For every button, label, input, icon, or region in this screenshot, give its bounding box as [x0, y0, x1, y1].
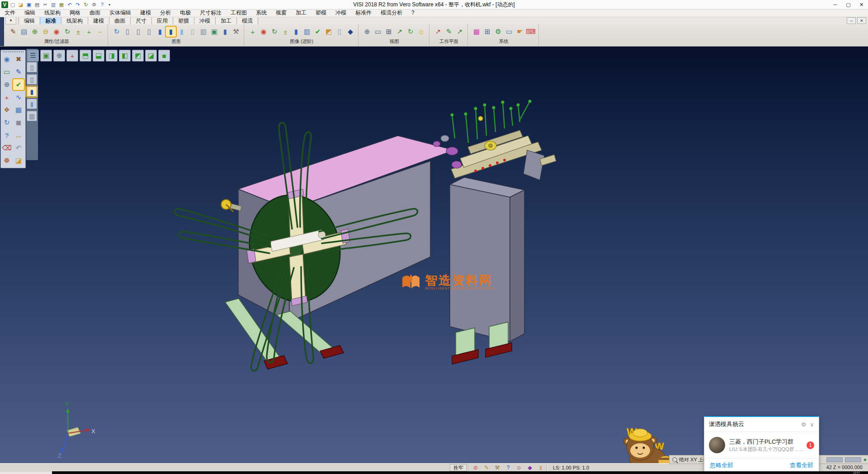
menu-item-冲模[interactable]: 冲模 [331, 9, 351, 17]
ribbon-tab-应用[interactable]: 应用 [151, 17, 173, 24]
perspective-face-icon[interactable]: ☺ [416, 27, 426, 37]
gem-view-icon[interactable]: ◆ [345, 27, 355, 37]
menu-item-模流分析[interactable]: 模流分析 [376, 9, 407, 17]
regen-shading-icon[interactable]: ↻ [112, 27, 122, 37]
system-tools-icon[interactable]: ⚙ [493, 27, 503, 37]
zoom-plus-icon[interactable]: ⊕ [1, 79, 12, 90]
chat-message-item[interactable]: 三菱，西门子PLC学习群 LIU:①本团队有几十万QQQ群，… 1 [704, 432, 819, 458]
verify-cylinder-icon[interactable]: ✔ [313, 27, 323, 37]
menu-item-建模[interactable]: 建模 [136, 9, 156, 17]
qat-dropdown[interactable]: ▾ [107, 1, 112, 8]
scene-toggle-icon[interactable]: ± [280, 27, 290, 37]
regen-icon[interactable]: ↻ [1, 117, 12, 128]
show-entities-icon[interactable]: ⊕ [30, 27, 40, 37]
viewport-canvas[interactable]: Y X Z W W ◉✖▭✎⊕✔+∿❖▦↻◼?↔⌫↶☸◪ ☰▯▯▮▮▥ ☰▣⊕+… [0, 46, 868, 463]
view-left-icon[interactable]: ◧ [119, 50, 131, 62]
erase-sketch-icon[interactable]: ✖ [13, 54, 24, 65]
view-iso-icon[interactable]: ■ [158, 50, 170, 62]
striped-cylinder-icon[interactable]: ▥ [302, 27, 312, 37]
ribbon-tab-加工[interactable]: 加工 [215, 17, 237, 24]
zoom-window-icon[interactable]: ▭ [373, 27, 383, 37]
cut-icon[interactable]: ✂ [42, 1, 49, 8]
shaded-edge-style-icon[interactable]: ▮ [27, 99, 37, 109]
open-folder-icon[interactable]: ◪ [13, 155, 24, 166]
sketch-curve-icon[interactable]: ✎ [13, 66, 24, 77]
ribbon-tab-模流[interactable]: 模流 [236, 17, 258, 24]
scene-traffic-icon[interactable]: ◉ [259, 27, 269, 37]
menu-item-网格[interactable]: 网格 [65, 9, 85, 17]
hide-all-icon[interactable]: − [95, 27, 105, 37]
menu-item-工程图[interactable]: 工程图 [226, 9, 251, 17]
menu-item-系统[interactable]: 系统 [251, 9, 271, 17]
build-icon[interactable]: ⚒ [493, 465, 501, 471]
menu-item-视窗[interactable]: 视窗 [271, 9, 291, 17]
update-shading-icon[interactable]: ▣ [209, 27, 219, 37]
ribbon-tab-冲模[interactable]: 冲模 [194, 17, 216, 24]
mesh-style-icon[interactable]: ▥ [27, 111, 37, 121]
ribbon-tab-曲面[interactable]: 曲面 [109, 17, 131, 24]
ribbon-tab-编辑[interactable]: 编辑 [19, 17, 40, 24]
context-help-icon[interactable]: ? [1, 130, 12, 141]
calculator-icon[interactable]: ⊞ [482, 27, 492, 37]
ribbon-tab-建模[interactable]: 建模 [88, 17, 109, 24]
menu-item-标准件[interactable]: 标准件 [351, 9, 376, 17]
scene-refresh-icon[interactable]: ↻ [269, 27, 279, 37]
shaded-style-icon[interactable]: ▮ [27, 86, 37, 97]
clip-cylinder-icon[interactable]: ◩ [324, 27, 334, 37]
ribbon-tab-塑膜[interactable]: 塑膜 [173, 17, 194, 24]
grab-select-icon[interactable]: ☛ [515, 27, 525, 37]
menu-item-曲面[interactable]: 曲面 [85, 9, 105, 17]
annotate-icon[interactable]: ✎ [482, 465, 491, 471]
menu-item-电极[interactable]: 电极 [175, 9, 195, 17]
menu-item-尺寸标注[interactable]: 尺寸标注 [195, 9, 226, 17]
ucs-axes-icon[interactable]: + [1, 92, 12, 103]
wireframe-style-icon[interactable]: ▯ [27, 62, 37, 72]
search-magnifier-icon[interactable] [672, 457, 677, 462]
user-icon[interactable]: ☺ [515, 465, 523, 471]
save-icon[interactable]: ▣ [25, 1, 33, 8]
menu-item-分析[interactable]: 分析 [156, 9, 175, 17]
open-file-icon[interactable]: ◪ [17, 1, 24, 8]
doc-close-button[interactable]: ✕ [857, 17, 866, 24]
globe-icon[interactable]: ● [863, 456, 867, 463]
chat-settings-gear-icon[interactable]: ⚙ [801, 421, 807, 428]
freehand-curve-icon[interactable]: ∿ [13, 92, 24, 103]
shaded-edges-cylinder-icon[interactable]: ▮ [166, 27, 176, 37]
chat-chevron-down-icon[interactable]: ∨ [810, 421, 814, 428]
redo-icon[interactable]: ↷ [74, 1, 81, 8]
window-view-icon[interactable]: ▦ [13, 104, 24, 115]
close-button[interactable]: ✕ [855, 0, 868, 9]
confirm-check-icon[interactable]: ✔ [13, 79, 24, 90]
doc-minimize-button[interactable]: ─ [847, 17, 856, 24]
workplane-create-icon[interactable]: ↗ [433, 27, 443, 37]
attribute-edit-icon[interactable]: ✎ [8, 27, 18, 37]
view-right-icon[interactable]: ◨ [106, 50, 118, 62]
snap-lock-icon[interactable]: ⊘ [472, 465, 480, 471]
gem-icon[interactable]: ◆ [526, 465, 534, 471]
hide-entities-icon[interactable]: ⊖ [41, 27, 51, 37]
mesh-cylinder-icon[interactable]: ▥ [198, 27, 208, 37]
ignore-all-link[interactable]: 忽略全部 [710, 461, 733, 469]
hidden-line-style-icon[interactable]: ▯ [27, 74, 37, 85]
print-icon[interactable]: ▤ [33, 1, 41, 8]
workplane-edit-icon[interactable]: ✎ [444, 27, 454, 37]
preview-zoom-icon[interactable]: ◉ [1, 54, 12, 65]
zoom-window-icon[interactable]: ▭ [1, 66, 12, 77]
pot-icon[interactable]: ▮ [537, 465, 545, 471]
display-settings-icon[interactable]: ▭ [504, 27, 514, 37]
solid-cube-icon[interactable]: ◼ [13, 117, 24, 128]
wireframe-cylinder-icon[interactable]: ▯ [123, 27, 132, 37]
view-top-icon[interactable]: ⬒ [80, 50, 91, 62]
toggle-visibility-icon[interactable]: ± [73, 27, 83, 37]
section-cylinder-icon[interactable]: ▮ [291, 27, 301, 37]
tab-dropdown[interactable]: ▼ [5, 17, 16, 24]
ribbon-tab-标准[interactable]: 标准 [40, 17, 61, 24]
zoom-dynamic-icon[interactable]: ⊕ [53, 50, 65, 62]
menu-item-塑模[interactable]: 塑模 [311, 9, 331, 17]
show-all-icon[interactable]: + [84, 27, 94, 37]
pan-arrow-icon[interactable]: ↗ [395, 27, 405, 37]
ribbon-tab-尺寸[interactable]: 尺寸 [130, 17, 152, 24]
rotate-view-icon[interactable]: ↻ [406, 27, 415, 37]
view-all-link[interactable]: 查看全部 [790, 461, 813, 469]
copy-icon[interactable]: ▥ [50, 1, 57, 8]
